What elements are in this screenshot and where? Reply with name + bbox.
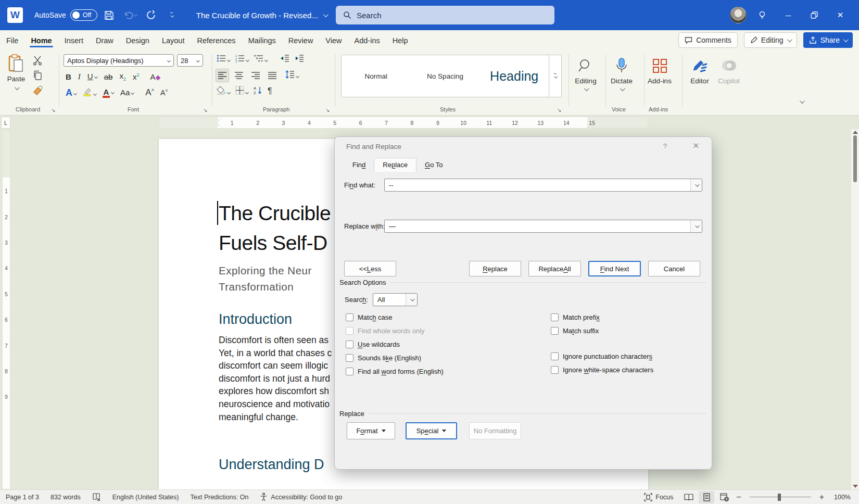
- ribbon-tab[interactable]: Add-ins: [348, 32, 386, 48]
- dialog-tab[interactable]: Find: [344, 158, 374, 172]
- copilot-button[interactable]: Copilot: [712, 54, 746, 85]
- help-icon[interactable]: ?: [663, 142, 667, 150]
- style-normal[interactable]: Normal: [342, 72, 411, 80]
- find-next-button[interactable]: Find Next: [588, 261, 641, 276]
- addins-button[interactable]: Add-ins: [643, 54, 676, 85]
- customize-qat-button[interactable]: [163, 6, 181, 24]
- checkbox[interactable]: [346, 341, 353, 348]
- checkbox-option[interactable]: Find all word forms (English): [346, 364, 444, 378]
- checkbox-option[interactable]: Match prefix: [551, 310, 653, 324]
- editing-button[interactable]: Editing: [569, 54, 602, 93]
- italic-button[interactable]: I: [78, 72, 81, 81]
- font-name-select[interactable]: Aptos Display (Headings): [64, 54, 174, 67]
- checkbox-option[interactable]: Use wildcards: [346, 337, 444, 351]
- autosave-toggle[interactable]: Off: [70, 9, 97, 21]
- ribbon-tab[interactable]: Draw: [90, 32, 120, 48]
- shading-button[interactable]: [217, 85, 230, 97]
- highlight-color-button[interactable]: [83, 87, 96, 98]
- ribbon-tab[interactable]: References: [191, 32, 242, 48]
- ribbon-tab[interactable]: View: [319, 32, 348, 48]
- find-what-input[interactable]: --: [384, 179, 702, 192]
- avatar[interactable]: [730, 7, 747, 23]
- borders-button[interactable]: [235, 86, 248, 97]
- first-line-indent-marker[interactable]: [217, 118, 222, 121]
- replace-with-dropdown[interactable]: [690, 220, 702, 232]
- accessibility-status[interactable]: Accessibility: Good to go: [254, 493, 348, 501]
- checkbox[interactable]: [346, 368, 353, 375]
- paste-button[interactable]: Paste: [4, 54, 28, 92]
- search-direction-dropdown[interactable]: [406, 294, 417, 306]
- strikethrough-button[interactable]: ab: [104, 72, 113, 81]
- collapse-ribbon-chevron-icon[interactable]: [800, 98, 805, 104]
- ribbon-tab[interactable]: File: [0, 32, 24, 48]
- copy-icon[interactable]: [32, 70, 43, 81]
- horizontal-ruler[interactable]: 123456789101112131415: [159, 117, 648, 129]
- save-icon[interactable]: [100, 6, 118, 24]
- replace-all-button[interactable]: Replace All: [528, 261, 581, 276]
- checkbox[interactable]: [551, 366, 559, 374]
- grow-font-button[interactable]: A˄: [145, 87, 154, 98]
- language-indicator[interactable]: English (United States): [107, 494, 185, 501]
- sort-button[interactable]: AZ: [254, 86, 262, 97]
- checkbox-option[interactable]: Sounds like (English): [346, 351, 444, 364]
- zoom-level[interactable]: 100%: [828, 494, 856, 501]
- editor-button[interactable]: Editor: [683, 54, 716, 85]
- increase-indent-button[interactable]: [295, 54, 304, 65]
- close-button[interactable]: ✕: [830, 5, 851, 26]
- ribbon-tab[interactable]: Insert: [58, 32, 90, 48]
- dialog-close-icon[interactable]: ✕: [692, 141, 699, 150]
- comments-button[interactable]: Comments: [678, 32, 738, 48]
- bullets-button[interactable]: [217, 54, 230, 65]
- scroll-up-arrow[interactable]: [853, 131, 858, 134]
- ribbon-tab[interactable]: Home: [24, 32, 58, 48]
- focus-button[interactable]: Focus: [638, 493, 679, 501]
- ribbon-tab[interactable]: Review: [282, 32, 320, 48]
- checkbox-option[interactable]: Match suffix: [551, 324, 653, 337]
- document-title[interactable]: The Crucible of Growth - Revised...: [196, 11, 327, 20]
- font-color-button[interactable]: A: [103, 87, 114, 98]
- tab-selector[interactable]: L: [1, 117, 10, 129]
- numbering-button[interactable]: 123: [235, 54, 249, 65]
- checkbox[interactable]: [346, 313, 353, 321]
- clear-formatting-button[interactable]: A: [150, 72, 160, 81]
- zoom-in-button[interactable]: +: [817, 493, 826, 502]
- cut-icon[interactable]: [32, 55, 43, 66]
- share-button[interactable]: Share: [803, 32, 853, 48]
- align-left-button[interactable]: [216, 69, 229, 82]
- checkbox-option[interactable]: Ignore white-space characters: [551, 363, 653, 376]
- checkbox[interactable]: [551, 313, 559, 321]
- zoom-slider-thumb[interactable]: [778, 494, 781, 501]
- superscript-button[interactable]: x2: [133, 72, 140, 81]
- zoom-out-button[interactable]: −: [734, 493, 743, 502]
- clipboard-dialog-launcher[interactable]: ↘: [51, 107, 55, 113]
- search-box[interactable]: Search: [336, 6, 554, 24]
- special-button[interactable]: Special: [406, 422, 457, 439]
- styles-dialog-launcher[interactable]: ↘: [557, 107, 561, 113]
- underline-button[interactable]: U: [87, 72, 97, 81]
- editing-mode-button[interactable]: Editing: [744, 32, 797, 48]
- checkbox[interactable]: [346, 327, 353, 335]
- checkbox-option[interactable]: Find whole words only: [346, 324, 444, 337]
- checkbox-option[interactable]: Ignore punctuation characters: [551, 349, 653, 363]
- read-mode-button[interactable]: [681, 491, 697, 503]
- page-indicator[interactable]: Page 1 of 3: [0, 494, 45, 501]
- paragraph-dialog-launcher[interactable]: ↘: [325, 107, 330, 113]
- tell-me-lightbulb-icon[interactable]: [752, 5, 773, 26]
- shrink-font-button[interactable]: A˅: [160, 88, 168, 97]
- align-center-button[interactable]: [232, 69, 246, 82]
- align-right-button[interactable]: [249, 69, 262, 82]
- find-what-dropdown[interactable]: [690, 179, 702, 191]
- less-button[interactable]: << Less: [344, 261, 396, 276]
- text-effects-button[interactable]: A: [66, 87, 77, 98]
- justify-button[interactable]: [266, 69, 279, 82]
- style-no-spacing[interactable]: No Spacing: [411, 72, 480, 80]
- vertical-scrollbar[interactable]: [851, 129, 859, 489]
- zoom-slider[interactable]: [750, 497, 811, 498]
- checkbox[interactable]: [551, 327, 559, 335]
- proofing-errors-icon[interactable]: [86, 493, 107, 501]
- find-replace-dialog[interactable]: Find and Replace ? ✕ FindReplaceGo To Fi…: [334, 136, 712, 470]
- scrollbar-thumb[interactable]: [853, 135, 857, 182]
- checkbox-option[interactable]: Match case: [346, 310, 444, 324]
- pilcrow-button[interactable]: ¶: [268, 86, 272, 96]
- search-direction-select[interactable]: All: [373, 293, 418, 306]
